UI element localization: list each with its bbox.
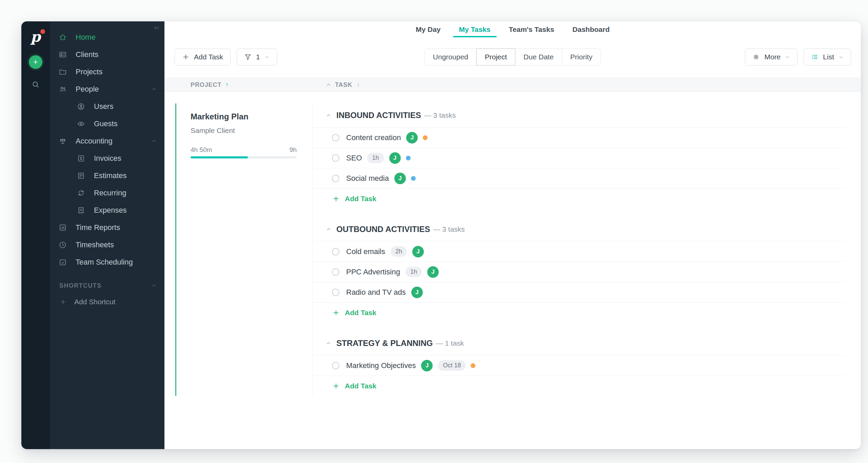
task-checkbox[interactable] [332,289,339,296]
task-name[interactable]: Marketing Objectives [346,361,416,370]
tab-team-s-tasks[interactable]: Team's Tasks [501,21,562,37]
add-task-row[interactable]: Add Task [313,302,845,323]
task-checkbox[interactable] [332,134,339,141]
task-row[interactable]: Content creationJ [313,127,845,148]
chevron-up-icon[interactable] [326,112,332,118]
priority-dot [411,176,416,181]
tab-my-tasks[interactable]: My Tasks [452,21,498,37]
task-checkbox[interactable] [332,362,339,369]
chevron-up-icon[interactable] [326,340,332,346]
task-row[interactable]: Radio and TV adsJ [313,282,845,302]
add-task-label: Add Task [345,382,376,390]
sidebar-item-label: Expenses [94,206,127,215]
sidebar-item-estimates[interactable]: Estimates [50,167,164,184]
main-content: My DayMy TasksTeam's TasksDashboard Add … [164,21,861,449]
sort-icon[interactable] [224,82,230,88]
task-name[interactable]: Content creation [346,133,401,142]
add-task-row[interactable]: Add Task [313,375,845,396]
sidebar-item-users[interactable]: Users [50,98,164,115]
priority-dot [406,156,411,160]
sort-icon[interactable] [356,82,361,88]
sidebar-nav: HomeClientsProjectsPeopleUsersGuestsAcco… [50,28,164,271]
chevron-up-icon[interactable] [151,138,157,144]
sidebar-item-guests[interactable]: Guests [50,115,164,132]
more-button[interactable]: More [745,49,797,65]
view-selector-label: List [823,53,834,61]
filter-button[interactable]: 1 [237,49,277,65]
collapse-all-icon[interactable] [326,82,332,88]
task-row[interactable]: Cold emails2hJ [313,241,845,262]
group-by-due-date[interactable]: Due Date [515,49,562,65]
task-name[interactable]: Social media [346,174,389,183]
add-shortcut-button[interactable]: Add Shortcut [50,293,164,310]
tab-dashboard[interactable]: Dashboard [565,21,617,37]
column-header-task-label: TASK [335,81,352,89]
gear-icon [752,53,760,61]
people-icon [59,85,67,93]
sidebar: HomeClientsProjectsPeopleUsersGuestsAcco… [50,21,164,449]
chevron-up-icon[interactable] [151,283,157,289]
collapse-sidebar-icon[interactable] [153,25,159,31]
assignee-avatar[interactable]: J [389,152,401,164]
chevron-up-icon[interactable] [151,86,157,92]
sidebar-item-team-scheduling[interactable]: Team Scheduling [50,253,164,271]
sidebar-item-accounting[interactable]: Accounting [50,132,164,150]
task-name[interactable]: PPC Advertising [346,268,400,276]
app-logo[interactable]: p [31,30,40,44]
task-row[interactable]: PPC Advertising1hJ [313,262,845,282]
assignee-avatar[interactable]: J [421,360,433,371]
task-row[interactable]: SEO1hJ [313,148,845,168]
view-selector[interactable]: List [804,49,851,65]
search-icon[interactable] [32,80,40,89]
add-task-label: Add Task [345,195,376,203]
create-button[interactable] [29,55,42,69]
assignee-avatar[interactable]: J [406,132,418,143]
duration-badge: 1h [406,267,422,277]
task-row[interactable]: Marketing ObjectivesJOct 18 [313,355,845,375]
sidebar-item-home[interactable]: Home [50,28,164,46]
sidebar-item-clients[interactable]: Clients [50,46,164,63]
app-rail: p [21,21,50,449]
group-task-count: — 1 task [436,339,464,347]
shortcuts-header[interactable]: SHORTCUTS [50,278,164,293]
task-checkbox[interactable] [332,268,339,276]
tab-my-day[interactable]: My Day [408,21,448,37]
task-row[interactable]: Social mediaJ [313,168,845,188]
assignee-avatar[interactable]: J [427,266,439,278]
task-checkbox[interactable] [332,248,339,255]
project-card[interactable]: Marketing Plan Sample Client 4h 50m 9h [175,103,297,396]
task-checkbox[interactable] [332,154,339,162]
sidebar-item-recurring[interactable]: Recurring [50,184,164,201]
group-title: STRATEGY & PLANNING [336,339,433,348]
more-button-label: More [764,53,781,61]
sidebar-item-timesheets[interactable]: Timesheets [50,236,164,253]
sidebar-item-label: People [76,85,99,94]
chevron-up-icon[interactable] [326,226,332,232]
task-name[interactable]: Radio and TV ads [346,288,406,297]
add-task-row[interactable]: Add Task [313,188,845,209]
duration-badge: 2h [391,246,407,257]
tabs-bar: My DayMy TasksTeam's TasksDashboard [164,21,861,37]
column-header-project[interactable]: PROJECT [164,81,313,89]
assignee-avatar[interactable]: J [411,287,423,298]
task-name[interactable]: SEO [346,154,362,162]
add-task-button-label: Add Task [194,53,223,61]
sidebar-item-time-reports[interactable]: Time Reports [50,219,164,236]
project-time-row: 4h 50m 9h [191,146,297,154]
assignee-avatar[interactable]: J [412,246,424,257]
task-checkbox[interactable] [332,175,339,182]
group-by-ungrouped[interactable]: Ungrouped [425,49,477,65]
time-logged: 4h 50m [191,146,212,154]
task-name[interactable]: Cold emails [346,247,385,256]
add-task-button[interactable]: Add Task [175,49,231,65]
plus-icon [32,59,39,65]
sidebar-item-invoices[interactable]: Invoices [50,150,164,167]
sidebar-item-expenses[interactable]: Expenses [50,201,164,219]
group-by-project[interactable]: Project [476,49,515,65]
column-header-task[interactable]: TASK [313,81,861,89]
project-name[interactable]: Marketing Plan [191,112,297,122]
sidebar-item-projects[interactable]: Projects [50,63,164,80]
sidebar-item-people[interactable]: People [50,80,164,98]
assignee-avatar[interactable]: J [394,173,406,184]
group-by-priority[interactable]: Priority [562,49,601,65]
